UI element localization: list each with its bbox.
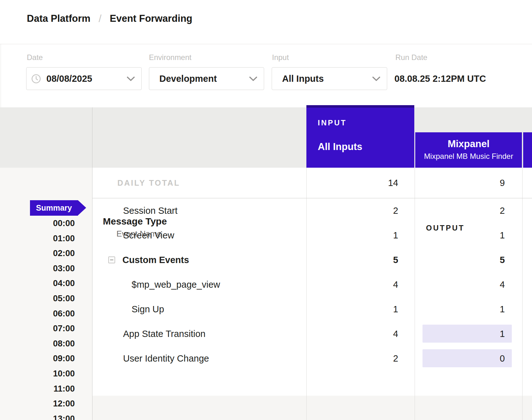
breadcrumb-event-forwarding: Event Forwarding (110, 13, 192, 24)
table-body-empty-area (92, 396, 532, 420)
event-name-label: Session Start (123, 206, 177, 216)
output-destination-name: Mixpanel (415, 138, 522, 150)
table-row-mp-web-page-view: $mp_web_page_view 4 4 (92, 272, 532, 297)
hour-item-01[interactable]: 01:00 (0, 231, 75, 246)
daily-total-input-value: 14 (306, 178, 415, 188)
table-row-session-start: Session Start 2 2 (92, 198, 532, 223)
input-count: 5 (306, 255, 415, 265)
output-count: 1 (500, 230, 505, 241)
event-forwarding-page: Data Platform / Event Forwarding Date En… (0, 0, 532, 420)
highlighted-cell-background (423, 325, 512, 343)
hour-item-13[interactable]: 13:00 (0, 411, 75, 420)
input-count: 4 (306, 329, 415, 339)
input-column-name: All Inputs (318, 141, 414, 153)
collapse-icon[interactable] (108, 256, 115, 263)
output-count: 1 (500, 329, 505, 339)
daily-total-label: DAILY TOTAL (92, 178, 306, 188)
run-date-label: Run Date (395, 53, 427, 62)
output-count: 5 (500, 255, 505, 265)
input-count: 1 (306, 230, 415, 241)
event-name-label: App State Transition (123, 329, 205, 339)
output-count: 1 (500, 304, 505, 315)
environment-filter-label: Environment (149, 53, 192, 62)
clock-icon (31, 74, 41, 84)
hour-item-08[interactable]: 08:00 (0, 336, 75, 351)
input-count: 1 (306, 304, 415, 315)
event-name-label: Custom Events (122, 255, 189, 265)
input-dropdown[interactable]: All Inputs (272, 67, 387, 90)
event-rows: Session Start 2 2 Screen View 1 1 Custom… (92, 198, 532, 371)
hour-item-00[interactable]: 00:00 (0, 216, 75, 231)
breadcrumb-separator: / (99, 13, 102, 25)
input-count: 2 (306, 206, 415, 216)
daily-total-output-value: 9 (415, 178, 522, 188)
output-count: 4 (500, 279, 505, 290)
input-value: All Inputs (282, 74, 324, 84)
event-name-label: User Identity Change (123, 353, 209, 364)
date-filter-label: Date (27, 53, 43, 62)
chevron-down-icon (127, 76, 135, 81)
output-destination-subname: Mixpanel MB Music Finder (415, 152, 522, 161)
hour-item-07[interactable]: 07:00 (0, 321, 75, 336)
hour-item-09[interactable]: 09:00 (0, 351, 75, 366)
breadcrumb-data-platform[interactable]: Data Platform (27, 13, 91, 24)
table-row-app-state-transition: App State Transition 4 1 (92, 321, 532, 346)
output-count: 0 (500, 353, 505, 364)
hour-item-03[interactable]: 03:00 (0, 261, 75, 276)
input-count: 2 (306, 353, 415, 364)
event-name-label: $mp_web_page_view (132, 279, 220, 290)
input-section-label: INPUT (318, 118, 414, 127)
hour-item-11[interactable]: 11:00 (0, 381, 75, 397)
input-column-header[interactable]: INPUT All Inputs (306, 105, 414, 168)
hour-item-02[interactable]: 02:00 (0, 246, 75, 261)
environment-value: Development (159, 74, 217, 84)
breadcrumb: Data Platform / Event Forwarding (27, 13, 192, 25)
date-dropdown[interactable]: 08/08/2025 (26, 67, 142, 90)
table-row-user-identity-change: User Identity Change 2 0 (92, 346, 532, 371)
table-row-screen-view: Screen View 1 1 (92, 223, 532, 248)
chevron-down-icon (249, 76, 257, 81)
event-name-label: Sign Up (132, 304, 164, 315)
hour-item-05[interactable]: 05:00 (0, 291, 75, 306)
page-header: Data Platform / Event Forwarding (0, 0, 532, 44)
output-count: 2 (500, 206, 505, 216)
highlighted-cell-background (423, 349, 512, 367)
hour-item-06[interactable]: 06:00 (0, 306, 75, 321)
input-filter-label: Input (272, 53, 289, 62)
hour-item-12[interactable]: 12:00 (0, 396, 75, 411)
environment-dropdown[interactable]: Development (149, 67, 264, 90)
run-date-value: 08.08.25 2:12PM UTC (394, 74, 486, 84)
input-count: 4 (306, 279, 415, 290)
event-name-label: Screen View (123, 230, 174, 241)
output-column-header-mixpanel[interactable]: Mixpanel Mixpanel MB Music Finder (415, 132, 522, 168)
hour-list: 00:00 01:00 02:00 03:00 04:00 05:00 06:0… (0, 216, 75, 420)
table-row-sign-up: Sign Up 1 1 (92, 297, 532, 321)
summary-tab[interactable]: Summary (30, 200, 78, 216)
date-value: 08/08/2025 (46, 74, 92, 84)
hour-item-10[interactable]: 10:00 (0, 366, 75, 381)
next-output-column-partial (523, 132, 532, 168)
daily-total-row: DAILY TOTAL 14 9 (92, 168, 532, 198)
table-row-custom-events: Custom Events 5 5 (92, 248, 532, 272)
hour-item-04[interactable]: 04:00 (0, 276, 75, 291)
chevron-down-icon (372, 76, 381, 81)
